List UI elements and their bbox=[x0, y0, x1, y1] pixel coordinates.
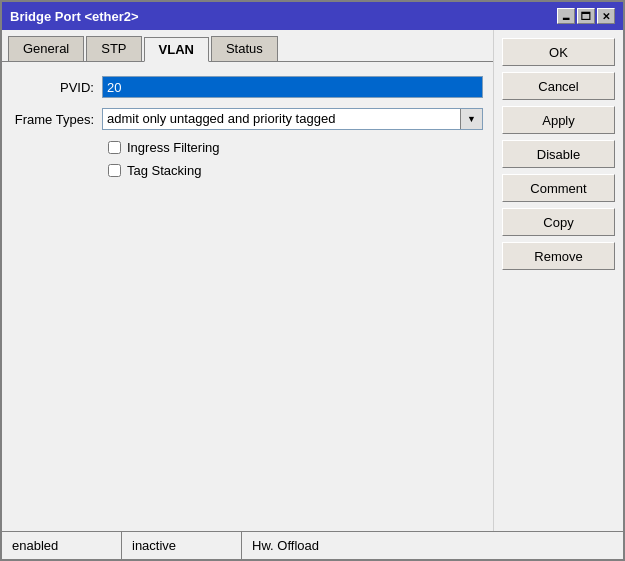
tag-stacking-checkbox[interactable] bbox=[108, 164, 121, 177]
pvid-row: PVID: bbox=[12, 76, 483, 98]
status-enabled: enabled bbox=[2, 532, 122, 559]
minimize-button[interactable]: 🗕 bbox=[557, 8, 575, 24]
pvid-label: PVID: bbox=[12, 80, 102, 95]
copy-button[interactable]: Copy bbox=[502, 208, 615, 236]
title-bar: Bridge Port <ether2> 🗕 🗖 ✕ bbox=[2, 2, 623, 30]
frame-types-label: Frame Types: bbox=[12, 112, 102, 127]
cancel-button[interactable]: Cancel bbox=[502, 72, 615, 100]
disable-button[interactable]: Disable bbox=[502, 140, 615, 168]
frame-types-dropdown[interactable]: admit only untagged and priority tagged bbox=[102, 108, 483, 130]
tag-stacking-label: Tag Stacking bbox=[127, 163, 201, 178]
ok-button[interactable]: OK bbox=[502, 38, 615, 66]
title-bar-buttons: 🗕 🗖 ✕ bbox=[557, 8, 615, 24]
main-panel: General STP VLAN Status PVID: Frame Type… bbox=[2, 30, 493, 531]
ingress-filtering-label: Ingress Filtering bbox=[127, 140, 219, 155]
close-button[interactable]: ✕ bbox=[597, 8, 615, 24]
window-title: Bridge Port <ether2> bbox=[10, 9, 139, 24]
status-bar: enabled inactive Hw. Offload bbox=[2, 531, 623, 559]
main-window: Bridge Port <ether2> 🗕 🗖 ✕ General STP V… bbox=[0, 0, 625, 561]
frame-types-dropdown-arrow[interactable] bbox=[460, 109, 482, 129]
comment-button[interactable]: Comment bbox=[502, 174, 615, 202]
tab-vlan[interactable]: VLAN bbox=[144, 37, 209, 62]
tab-bar: General STP VLAN Status bbox=[2, 30, 493, 62]
tab-status[interactable]: Status bbox=[211, 36, 278, 61]
status-inactive: inactive bbox=[122, 532, 242, 559]
content-area: General STP VLAN Status PVID: Frame Type… bbox=[2, 30, 623, 531]
frame-types-value: admit only untagged and priority tagged bbox=[103, 109, 460, 129]
form-area: PVID: Frame Types: admit only untagged a… bbox=[2, 62, 493, 531]
tab-stp[interactable]: STP bbox=[86, 36, 141, 61]
apply-button[interactable]: Apply bbox=[502, 106, 615, 134]
ingress-filtering-checkbox[interactable] bbox=[108, 141, 121, 154]
remove-button[interactable]: Remove bbox=[502, 242, 615, 270]
pvid-input[interactable] bbox=[102, 76, 483, 98]
ingress-filtering-row: Ingress Filtering bbox=[108, 140, 483, 155]
tag-stacking-row: Tag Stacking bbox=[108, 163, 483, 178]
restore-button[interactable]: 🗖 bbox=[577, 8, 595, 24]
tab-general[interactable]: General bbox=[8, 36, 84, 61]
status-hw-offload: Hw. Offload bbox=[242, 532, 362, 559]
frame-types-row: Frame Types: admit only untagged and pri… bbox=[12, 108, 483, 130]
right-panel: OK Cancel Apply Disable Comment Copy Rem… bbox=[493, 30, 623, 531]
